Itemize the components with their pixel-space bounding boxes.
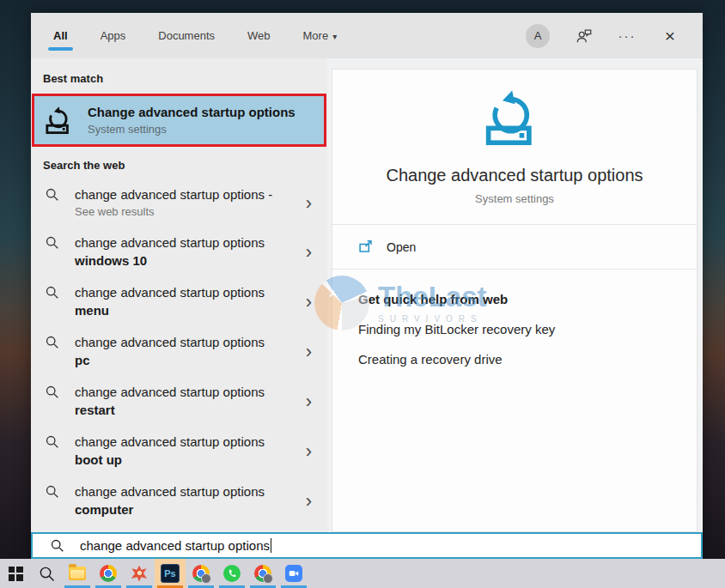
results-panel: Best match Change advanced startup optio… <box>31 58 327 532</box>
best-match-subtitle: System settings <box>88 123 295 136</box>
filter-tabs: All Apps Documents Web More▾ <box>52 14 338 58</box>
chrome-icon <box>100 565 117 582</box>
search-icon <box>45 187 59 202</box>
help-section: Get quick help from web Finding my BitLo… <box>332 270 697 367</box>
web-suggestions-list: change advanced startup options - See we… <box>31 179 327 575</box>
best-match-text: Change advanced startup options System s… <box>88 105 295 136</box>
web-suggestion[interactable]: change advanced startup options windows … <box>31 227 327 276</box>
help-link-bitlocker[interactable]: Finding my BitLocker recovery key <box>358 322 555 336</box>
more-options-icon[interactable]: ··· <box>618 27 636 45</box>
taskbar-red-app[interactable] <box>124 559 155 588</box>
detail-title: Change advanced startup options <box>332 166 697 185</box>
chrome-profile-icon <box>254 565 271 582</box>
detail-panel: Change advanced startup options System s… <box>327 58 703 532</box>
photoshop-icon: Ps <box>161 564 180 583</box>
advanced-startup-icon <box>45 105 76 136</box>
open-action[interactable]: Open <box>332 225 697 269</box>
chevron-down-icon: ▾ <box>332 32 337 41</box>
web-suggestion[interactable]: change advanced startup options boot up … <box>31 426 327 476</box>
open-icon <box>358 239 373 254</box>
search-icon <box>45 235 59 250</box>
tab-apps[interactable]: Apps <box>99 14 128 58</box>
taskbar-search-button[interactable] <box>31 559 62 588</box>
detail-surface: Change advanced startup options System s… <box>332 69 698 532</box>
tab-web[interactable]: Web <box>246 14 272 58</box>
taskbar-whatsapp[interactable] <box>216 559 247 588</box>
suggestion-text: change advanced startup options menu <box>75 283 281 319</box>
chevron-right-icon: › <box>306 194 319 212</box>
taskbar-chrome-profile-3[interactable] <box>247 559 278 588</box>
web-suggestion[interactable]: change advanced startup options pc › <box>31 326 327 376</box>
search-input[interactable]: change advanced startup options <box>31 532 703 559</box>
chrome-profile-icon <box>192 565 210 582</box>
search-icon <box>45 385 59 399</box>
suggestion-subtext: See web results <box>75 203 281 220</box>
taskbar-file-explorer[interactable] <box>62 559 93 588</box>
zoom-icon <box>285 565 302 582</box>
search-body: Best match Change advanced startup optio… <box>31 58 703 532</box>
taskbar-photoshop[interactable]: Ps <box>155 559 186 588</box>
detail-subtitle: System settings <box>332 192 697 205</box>
feedback-icon[interactable] <box>576 27 593 45</box>
web-suggestion[interactable]: change advanced startup options restart … <box>31 376 327 426</box>
taskbar-chrome-profile-2[interactable] <box>186 559 216 588</box>
taskbar-zoom[interactable] <box>278 559 309 588</box>
start-button[interactable] <box>0 559 31 588</box>
suggestion-text: change advanced startup options restart <box>75 383 281 419</box>
chevron-right-icon: › <box>306 243 319 261</box>
suggestion-text: change advanced startup options computer <box>75 482 281 518</box>
search-query-text: change advanced startup options <box>80 538 270 553</box>
search-icon <box>39 566 55 582</box>
web-suggestion[interactable]: change advanced startup options computer… <box>31 476 327 525</box>
tab-more-label: More <box>303 29 329 42</box>
text-caret <box>271 538 271 553</box>
red-app-icon <box>131 566 148 582</box>
windows-logo-icon <box>9 567 23 581</box>
suggestion-text: change advanced startup options windows … <box>75 233 281 270</box>
suggestion-text: change advanced startup options pc <box>75 333 281 369</box>
web-suggestion[interactable]: change advanced startup options menu › <box>31 276 327 326</box>
web-suggestion[interactable]: change advanced startup options - See we… <box>31 179 327 227</box>
open-label: Open <box>387 240 416 254</box>
chevron-right-icon: › <box>306 492 319 510</box>
search-icon <box>45 335 59 349</box>
best-match-header: Best match <box>31 65 327 92</box>
search-window: All Apps Documents Web More▾ A ··· × Bes… <box>31 13 703 559</box>
close-icon[interactable]: × <box>661 27 679 45</box>
suggestion-text: change advanced startup options - See we… <box>75 185 281 220</box>
search-header: All Apps Documents Web More▾ A ··· × <box>31 13 703 58</box>
tab-all[interactable]: All <box>52 14 70 58</box>
search-icon <box>45 484 59 499</box>
chevron-right-icon: › <box>306 392 319 410</box>
best-match-title: Change advanced startup options <box>88 105 295 119</box>
best-match-result[interactable]: Change advanced startup options System s… <box>32 94 326 147</box>
suggestion-text: change advanced startup options boot up <box>75 433 281 469</box>
help-link-recovery-drive[interactable]: Creating a recovery drive <box>358 352 503 367</box>
taskbar: Ps <box>0 559 725 588</box>
detail-top: Change advanced startup options System s… <box>332 70 697 205</box>
tab-more[interactable]: More▾ <box>302 14 339 58</box>
chevron-right-icon: › <box>306 342 319 361</box>
help-header: Get quick help from web <box>358 292 697 306</box>
whatsapp-icon <box>223 565 241 582</box>
header-actions: A ··· × <box>526 24 679 48</box>
search-web-header: Search the web <box>31 152 327 179</box>
file-explorer-icon <box>69 567 86 580</box>
chevron-right-icon: › <box>306 442 319 460</box>
chevron-right-icon: › <box>306 293 319 311</box>
advanced-startup-icon <box>484 87 545 149</box>
tab-documents[interactable]: Documents <box>156 14 216 58</box>
search-icon <box>45 285 59 300</box>
avatar[interactable]: A <box>526 24 550 48</box>
search-icon <box>45 434 59 449</box>
taskbar-chrome[interactable] <box>93 559 124 588</box>
search-icon <box>50 538 64 553</box>
